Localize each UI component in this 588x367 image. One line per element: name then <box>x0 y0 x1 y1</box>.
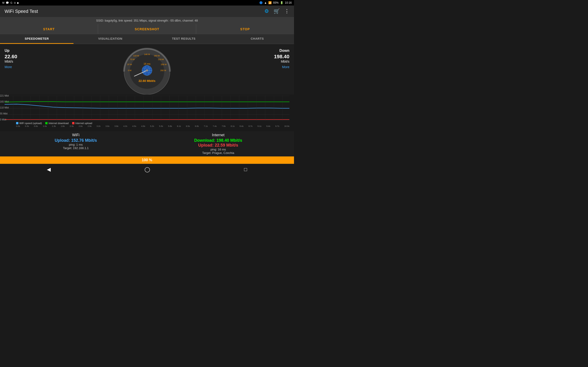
play-icon: ▶ <box>17 1 19 4</box>
header-icons: ⚙ 🛒 ⋮ <box>264 8 289 14</box>
chart-x-labels: 0.0s 0.3s 0.6s 1.0s 1.3s 1.6s 2.3s 2.6s … <box>5 125 289 127</box>
signal-icon: 📶 <box>268 1 272 4</box>
legend-dot-green <box>45 122 48 124</box>
internet-title: Internet <box>147 133 289 137</box>
legend-label-download: Internet download <box>48 122 69 125</box>
cart-icon[interactable]: 🛒 <box>274 8 280 14</box>
battery-percent: 93% <box>273 1 279 4</box>
wifi-upload-value: Upload: 152.76 Mbit/s <box>5 138 147 143</box>
svg-text:0 M: 0 M <box>128 69 131 72</box>
internet-target: Target: Prague, Czechia <box>147 151 289 155</box>
internet-stats: Internet Download: 198.40 Mbit/s Upload:… <box>147 133 289 155</box>
internet-ping: ping: 16 ms <box>147 148 289 151</box>
progress-label: 100 % <box>142 158 152 162</box>
tabs: SPEEDOMETER VISUALIZATION TEST RESULTS C… <box>0 34 294 44</box>
wifi-title: WiFi <box>5 133 147 137</box>
legend-internet-upload: Internet upload <box>72 122 92 125</box>
legend-wifi-upload: WiFi speed (upload) <box>16 122 42 125</box>
screenshot-button[interactable]: SCREENSHOT <box>98 24 196 34</box>
up-label: Up <box>5 49 25 53</box>
chat-icon: 💬 <box>6 1 9 4</box>
internet-upload-value: Upload: 22.59 Mbit/s <box>147 143 289 148</box>
main-content: Up 22.60 Mbit/s More 146 M 183 M 219 M <box>0 44 294 164</box>
wifi-stats: WiFi Upload: 152.76 Mbit/s ping: 1 ms Ta… <box>5 133 147 155</box>
svg-text:292 M: 292 M <box>160 69 166 72</box>
legend-internet-download: Internet download <box>45 122 69 125</box>
legend-label-wifi: WiFi speed (upload) <box>19 122 42 125</box>
wifi-ping: ping: 1 ms <box>5 143 147 146</box>
svg-text:110 M: 110 M <box>133 55 139 57</box>
chart-lines <box>5 96 289 121</box>
app-header: WiFi Speed Test ⚙ 🛒 ⋮ <box>0 6 294 17</box>
svg-text:183 M: 183 M <box>154 55 160 57</box>
bluetooth-icon: 🔵 <box>259 1 263 4</box>
svg-text:219 M: 219 M <box>158 58 164 60</box>
down-value: 198.40 <box>269 54 289 60</box>
status-bar-right: 🔵 ▲ 📶 93% 🔋 10:16 <box>259 1 292 4</box>
chart-legend: WiFi speed (upload) Internet download In… <box>5 122 289 125</box>
action-buttons: START SCREENSHOT STOP <box>0 24 294 34</box>
battery-icon: 🔋 <box>280 1 284 4</box>
g-icon: G <box>10 1 12 4</box>
back-button[interactable]: ◀ <box>47 167 51 173</box>
settings-circular-icon[interactable]: ⚙ <box>264 8 269 14</box>
legend-dot-blue <box>16 122 18 124</box>
start-button[interactable]: START <box>0 24 98 34</box>
ssid-bar: SSID: bagoly5g, link speed: 351 Mbps, si… <box>0 17 294 24</box>
status-bar: M 💬 G ⊙ ▶ 🔵 ▲ 📶 93% 🔋 10:16 <box>0 0 294 6</box>
svg-text:73 M: 73 M <box>130 58 135 60</box>
wifi-target: Target: 192.168.1.1 <box>5 146 147 150</box>
tab-test-results[interactable]: TEST RESULTS <box>147 34 221 44</box>
home-button[interactable]: ◯ <box>145 167 150 173</box>
ping-display: 16 ms <box>144 62 150 65</box>
legend-dot-red <box>72 122 74 124</box>
tab-charts[interactable]: CHARTS <box>221 34 294 44</box>
download-panel: Down 198.40 Mbit/s More <box>264 46 294 71</box>
ssid-text: SSID: bagoly5g, link speed: 351 Mbps, si… <box>96 19 198 22</box>
app-title: WiFi Speed Test <box>5 9 38 14</box>
internet-download-value: Download: 198.40 Mbit/s <box>147 138 289 143</box>
gauge-speed-label: 22.60 Mbit/s <box>138 79 156 83</box>
svg-text:37 M: 37 M <box>127 63 132 66</box>
speedometer-area: Up 22.60 Mbit/s More 146 M 183 M 219 M <box>0 44 294 94</box>
gauge-svg: 146 M 183 M 219 M 256 M 292 M 110 M 73 M… <box>122 46 172 97</box>
down-label: Down <box>269 49 289 53</box>
up-value: 22.60 <box>5 54 25 60</box>
gauge-container: 146 M 183 M 219 M 256 M 292 M 110 M 73 M… <box>30 46 264 97</box>
svg-text:146 M: 146 M <box>144 53 150 56</box>
progress-bar-container: 100 % <box>0 156 294 164</box>
legend-label-upload: Internet upload <box>75 122 92 125</box>
down-more-link[interactable]: More <box>269 65 289 69</box>
time: 10:16 <box>285 1 292 4</box>
m-icon: M <box>2 1 4 4</box>
tab-speedometer[interactable]: SPEEDOMETER <box>0 34 73 44</box>
tab-visualization[interactable]: VISUALIZATION <box>73 34 147 44</box>
stop-button[interactable]: STOP <box>196 24 294 34</box>
wifi-icon: ▲ <box>264 1 267 4</box>
svg-point-17 <box>146 69 148 72</box>
svg-text:256 M: 256 M <box>161 63 166 66</box>
down-unit: Mbit/s <box>269 60 289 63</box>
up-more-link[interactable]: More <box>5 65 25 69</box>
recents-button[interactable]: □ <box>244 167 247 173</box>
overflow-icon[interactable]: ⋮ <box>284 8 289 14</box>
bottom-stats: WiFi Upload: 152.76 Mbit/s ping: 1 ms Ta… <box>0 131 294 156</box>
circle-icon: ⊙ <box>14 1 16 4</box>
upload-panel: Up 22.60 Mbit/s More <box>0 46 30 71</box>
bottom-nav: ◀ ◯ □ <box>0 164 294 175</box>
up-unit: Mbit/s <box>5 60 25 63</box>
chart-svg <box>5 96 289 121</box>
status-bar-left: M 💬 G ⊙ ▶ <box>2 1 19 4</box>
chart-area: 221 Mbit 165 Mbit 110 Mbit 55 Mbit 0 Mbi… <box>0 94 294 131</box>
